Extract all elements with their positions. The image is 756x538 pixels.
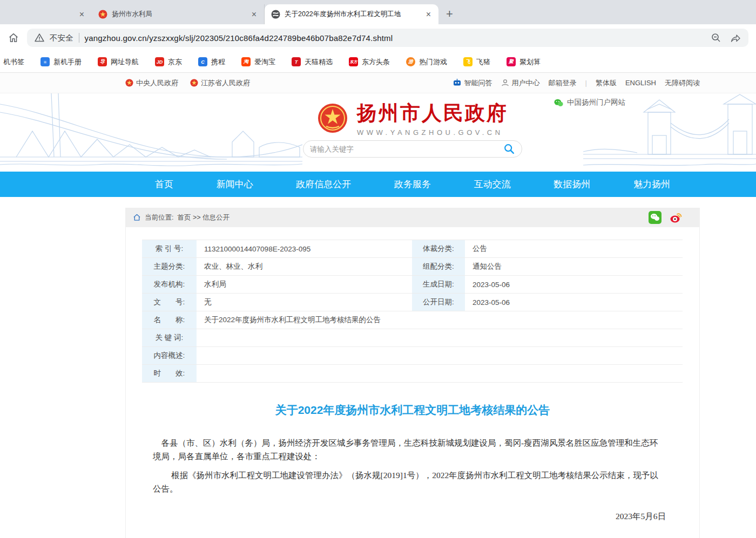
bookmark-label: 天猫精选 [305, 57, 333, 67]
meta-label: 生成日期: [412, 276, 466, 293]
tab-shuiliju[interactable]: 扬州市水利局 × [92, 4, 265, 24]
wechat-share-icon[interactable] [649, 211, 662, 224]
meta-value: 通知公告 [466, 258, 684, 275]
bookmark-item[interactable]: 导 网址导航 [98, 57, 139, 67]
nav-data[interactable]: 数据扬州 [554, 178, 590, 190]
link-mail-login[interactable]: 邮箱登录 [549, 78, 577, 88]
article-date: 2023年5月6日 [153, 509, 666, 523]
divider: | [585, 79, 587, 87]
national-emblem-icon [317, 103, 348, 134]
tab-active-announcement[interactable]: 关于2022年度扬州市水利工程文明工地 × [265, 4, 438, 24]
address-divider [79, 33, 79, 43]
site-search[interactable] [303, 140, 522, 158]
portal-label: 中国扬州门户网站 [567, 98, 625, 107]
meta-label: 内容概述: [142, 347, 198, 364]
link-label: 无障碍阅读 [665, 78, 700, 88]
bookmark-icon-9: 飞 [463, 57, 473, 66]
nav-charm[interactable]: 魅力扬州 [633, 178, 670, 190]
meta-value: 2023-05-06 [466, 294, 684, 311]
bookmark-item[interactable]: 机书签 [3, 57, 24, 67]
bookmark-icon-5: 淘 [241, 57, 251, 66]
meta-label: 关 键 词: [142, 329, 198, 346]
breadcrumb-prefix: 当前位置: [145, 213, 173, 222]
table-row: 内容概述: [142, 347, 683, 365]
meta-label: 体裁分类: [412, 240, 466, 257]
link-label: 江苏省人民政府 [201, 78, 250, 88]
bookmark-label: 聚划算 [519, 57, 541, 67]
meta-value: 农业、林业、水利 [198, 258, 412, 275]
table-row: 时 效: [142, 365, 683, 383]
tab-bar: × 扬州市水利局 × 关于2022年度扬州市水利工程文明工地 × + [0, 0, 756, 24]
bookmark-item[interactable]: ≡ 新机手册 [40, 57, 82, 67]
bookmark-item[interactable]: 东方 东方头条 [349, 57, 390, 67]
nav-home[interactable]: 首页 [155, 178, 173, 190]
bookmark-label: 网址导航 [111, 57, 139, 67]
nav-news[interactable]: 新闻中心 [217, 178, 253, 190]
bookmark-item[interactable]: 游 热门游戏 [406, 57, 447, 67]
user-icon [501, 79, 509, 87]
zoom-out-icon[interactable] [711, 32, 721, 43]
bookmark-item[interactable]: 淘 爱淘宝 [241, 57, 275, 67]
search-input[interactable] [310, 145, 503, 153]
link-central-gov[interactable]: 中央人民政府 [125, 78, 178, 88]
bookmark-label: 京东 [168, 57, 182, 67]
bookmark-item[interactable]: JD 京东 [155, 57, 182, 67]
home-icon[interactable] [133, 214, 141, 221]
link-label: ENGLISH [625, 79, 656, 87]
url-text: yangzhou.gov.cn/yzszxxgk/slj/202305/210c… [85, 33, 393, 43]
meta-value: 无 [198, 294, 412, 311]
site-logo[interactable]: 扬州市人民政府 WWW.YANGZHOU.GOV.CN [317, 100, 508, 137]
close-tab-icon[interactable]: × [78, 10, 85, 19]
link-english[interactable]: ENGLISH [625, 79, 656, 87]
bookmark-label: 携程 [211, 57, 225, 67]
bookmark-item[interactable]: 聚 聚划算 [507, 57, 541, 67]
bookmark-label: 爱淘宝 [254, 57, 275, 67]
bookmark-icon-1: ≡ [40, 57, 50, 66]
link-accessible[interactable]: 无障碍阅读 [665, 78, 700, 88]
content-area: 当前位置: 首页 >> 信息公开 [125, 208, 700, 538]
address-toolbar: 不安全 yangzhou.gov.cn/yzszxxgk/slj/202305/… [0, 24, 756, 51]
close-tab-icon[interactable]: × [251, 10, 258, 19]
home-icon[interactable] [8, 32, 19, 44]
bookmark-icon-7: 东方 [349, 57, 358, 66]
nav-interaction[interactable]: 互动交流 [474, 178, 511, 190]
new-tab-button[interactable]: + [438, 7, 461, 24]
link-traditional[interactable]: 繁体版 [596, 78, 617, 88]
gov-emblem-icon [190, 79, 198, 87]
link-jiangsu-gov[interactable]: 江苏省人民政府 [190, 78, 250, 88]
tab-partial[interactable]: × [0, 4, 92, 24]
link-label: 繁体版 [596, 78, 617, 88]
meta-label: 名 称: [142, 311, 198, 329]
page-favicon [271, 10, 280, 19]
article-body: 各县（市、区）水利（务）局，扬州经济开发区城乡事务管理局，生态科技新城规划建设局… [126, 436, 699, 538]
nav-info-disclosure[interactable]: 政府信息公开 [296, 178, 351, 190]
address-bar[interactable]: 不安全 yangzhou.gov.cn/yzszxxgk/slj/202305/… [27, 29, 748, 47]
meta-label: 时 效: [142, 365, 198, 382]
security-label: 不安全 [50, 33, 73, 43]
link-label: 智能问答 [464, 78, 492, 88]
link-smart-qa[interactable]: 智能问答 [453, 78, 492, 88]
table-row: 名 称: 关于2022年度扬州市水利工程文明工地考核结果的公告 [142, 311, 683, 329]
bookmark-item[interactable]: 飞 飞猪 [463, 57, 490, 67]
bookmark-icon-10: 聚 [507, 57, 516, 66]
bookmark-label: 机书签 [3, 57, 24, 67]
article-paragraph: 各县（市、区）水利（务）局，扬州经济开发区城乡事务管理局，生态科技新城规划建设局… [153, 436, 666, 463]
browser-window: × 扬州市水利局 × 关于2022年度扬州市水利工程文明工地 × + [0, 0, 756, 538]
close-tab-icon[interactable]: × [425, 10, 432, 19]
bookmark-icon-3: JD [155, 57, 164, 66]
search-icon[interactable] [503, 143, 515, 155]
bookmark-label: 东方头条 [362, 57, 390, 67]
bookmark-item[interactable]: T 天猫精选 [292, 57, 333, 67]
meta-value [198, 347, 684, 364]
meta-value: 11321000014407098E-2023-095 [198, 240, 412, 257]
portal-link[interactable]: 中国扬州门户网站 [554, 98, 625, 107]
meta-value: 关于2022年度扬州市水利工程文明工地考核结果的公告 [198, 311, 684, 329]
nav-services[interactable]: 政务服务 [394, 178, 431, 190]
link-label: 中央人民政府 [136, 78, 178, 88]
link-label: 邮箱登录 [549, 78, 577, 88]
bookmark-item[interactable]: C 携程 [198, 57, 225, 67]
weibo-share-icon[interactable] [670, 211, 683, 224]
link-user-center[interactable]: 用户中心 [501, 78, 540, 88]
breadcrumb-path[interactable]: 首页 >> 信息公开 [177, 213, 230, 222]
share-icon[interactable] [730, 32, 741, 43]
